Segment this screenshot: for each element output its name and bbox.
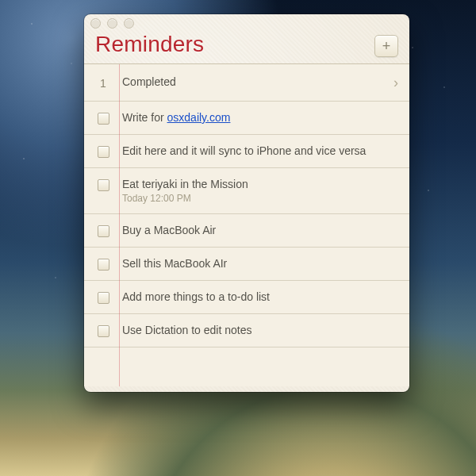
reminder-row[interactable]: Use Dictation to edit notes [84,314,409,347]
add-reminder-button[interactable]: + [374,35,398,57]
reminder-checkbox[interactable] [98,179,109,191]
reminder-checkbox[interactable] [98,113,109,125]
completed-label: Completed [122,75,176,88]
reminder-row[interactable]: Write for osxdaily.com [84,102,409,135]
reminder-link[interactable]: osxdaily.com [167,111,231,124]
completed-row[interactable]: 1 Completed › [84,64,409,102]
chevron-right-icon: › [393,75,398,90]
reminder-checkbox[interactable] [98,292,109,304]
reminder-text: Write for [122,111,167,124]
window-titlebar[interactable] [84,14,409,32]
reminder-due: Today 12:00 PM [122,193,398,204]
reminder-checkbox[interactable] [98,259,109,271]
close-traffic-light[interactable] [90,18,101,29]
minimize-traffic-light[interactable] [107,18,117,29]
app-title: Reminders [95,32,204,57]
reminder-checkbox[interactable] [98,146,109,158]
reminder-text: Sell this MacBook AIr [122,257,227,270]
reminder-row[interactable]: Buy a MacBook Air [84,214,409,248]
zoom-traffic-light[interactable] [124,18,134,29]
plus-icon: + [382,39,391,53]
header: Reminders + [84,32,409,62]
reminder-text: Edit here and it will sync to iPhone and… [122,144,366,157]
reminder-row[interactable]: Edit here and it will sync to iPhone and… [84,135,409,168]
reminder-text: Use Dictation to edit notes [122,324,251,336]
reminder-checkbox[interactable] [98,325,109,337]
reminders-window: Reminders + 1 Completed › Write for osxd… [84,14,409,392]
desktop-wallpaper: Reminders + 1 Completed › Write for osxd… [0,0,476,476]
reminder-text: Add more things to a to-do list [122,290,270,303]
reminder-row[interactable]: Sell this MacBook AIr [84,248,409,281]
reminder-checkbox[interactable] [98,225,109,237]
reminder-text: Eat teriyaki in the Mission [122,178,248,190]
reminder-row[interactable]: Eat teriyaki in the Mission Today 12:00 … [84,168,409,214]
reminder-text: Buy a MacBook Air [122,224,216,236]
completed-count: 1 [100,77,106,90]
reminders-list: 1 Completed › Write for osxdaily.com Edi… [84,63,409,386]
reminder-row[interactable]: Add more things to a to-do list [84,281,409,314]
